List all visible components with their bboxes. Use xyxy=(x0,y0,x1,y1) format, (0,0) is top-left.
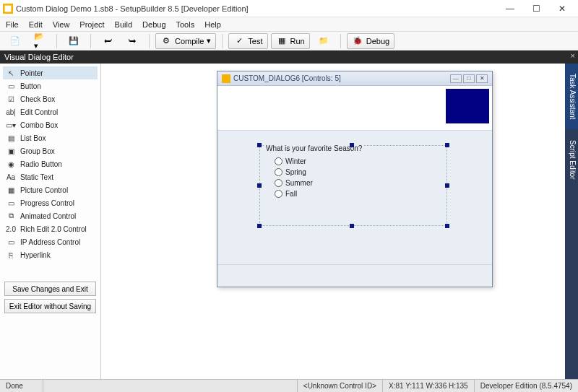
test-button[interactable]: ✓Test xyxy=(228,33,267,49)
tool-icon: ▭▾ xyxy=(6,120,16,130)
tool-pointer[interactable]: ↖Pointer xyxy=(3,66,98,79)
dialog-titlebar[interactable]: CUSTOM_DIALOG6 [Controls: 5] — □ ✕ xyxy=(217,71,492,86)
editor-strip: Visual Dialog Editor × xyxy=(0,51,578,64)
dialog-window[interactable]: CUSTOM_DIALOG6 [Controls: 5] — □ ✕ What … xyxy=(217,71,493,287)
tool-picture-control[interactable]: ▦Picture Control xyxy=(3,183,98,196)
tool-label: Edit Control xyxy=(20,108,58,116)
selection-handle[interactable] xyxy=(445,183,449,188)
tool-edit-control[interactable]: ab|Edit Control xyxy=(3,105,98,118)
dialog-title-text: CUSTOM_DIALOG6 [Controls: 5] xyxy=(233,74,341,82)
tool-palette: ↖Pointer▭Button☑Check Boxab|Edit Control… xyxy=(0,64,101,379)
radio-label: Fall xyxy=(285,190,297,198)
nav-back-button[interactable]: ⮨ xyxy=(97,33,118,49)
tool-animated-control[interactable]: ⧉Animated Control xyxy=(3,209,98,222)
menu-view[interactable]: View xyxy=(53,20,70,29)
menu-project[interactable]: Project xyxy=(79,20,104,29)
design-canvas[interactable]: CUSTOM_DIALOG6 [Controls: 5] — □ ✕ What … xyxy=(101,64,578,379)
tool-label: Static Text xyxy=(20,173,53,181)
save-icon: 💾 xyxy=(68,35,79,47)
test-icon: ✓ xyxy=(233,35,245,47)
status-done: Done xyxy=(0,380,43,392)
debug-button[interactable]: 🐞Debug xyxy=(347,33,394,49)
close-button[interactable]: ✕ xyxy=(549,1,575,17)
maximize-button[interactable]: ☐ xyxy=(523,1,549,17)
status-control-id: <Unknown Control ID> xyxy=(298,380,383,392)
save-button[interactable]: 💾 xyxy=(63,33,85,49)
groupbox-control[interactable]: What is your favorite Season? WinterSpri… xyxy=(259,145,447,226)
menu-tools[interactable]: Tools xyxy=(176,20,195,29)
selection-handle[interactable] xyxy=(257,143,262,147)
radio-option-winter[interactable]: Winter xyxy=(275,157,313,165)
tool-icon: ▭ xyxy=(6,237,16,247)
tool-icon: ▭ xyxy=(6,198,16,208)
save-changes-button[interactable]: Save Changes and Exit xyxy=(4,282,96,296)
separator xyxy=(340,34,341,48)
bug-icon: 🐞 xyxy=(352,35,363,47)
editor-strip-close-icon[interactable]: × xyxy=(571,51,575,60)
selection-handle[interactable] xyxy=(445,143,449,147)
radio-icon xyxy=(275,168,282,176)
tool-label: Picture Control xyxy=(20,186,68,194)
menu-debug[interactable]: Debug xyxy=(142,20,165,29)
separator xyxy=(90,34,91,48)
tool-group-box[interactable]: ▣Group Box xyxy=(3,144,98,157)
tool-icon: ☑ xyxy=(6,94,16,104)
tool-rich-edit-2-0-control[interactable]: 2.0Rich Edit 2.0 Control xyxy=(3,222,98,235)
selection-handle[interactable] xyxy=(350,143,354,147)
dialog-logo-box xyxy=(446,89,489,123)
nav-fwd-icon: ⮩ xyxy=(126,35,138,47)
compile-button[interactable]: ⚙Compile▾ xyxy=(155,33,216,49)
svg-rect-1 xyxy=(5,5,12,12)
tool-label: Check Box xyxy=(20,95,55,103)
radio-label: Spring xyxy=(285,168,306,176)
run-label: Run xyxy=(290,37,305,45)
test-label: Test xyxy=(248,37,262,45)
dialog-close-icon[interactable]: ✕ xyxy=(476,74,488,83)
menu-help[interactable]: Help xyxy=(204,20,221,29)
status-coords: X:81 Y:111 W:336 H:135 xyxy=(383,380,475,392)
tool-static-text[interactable]: AaStatic Text xyxy=(3,170,98,183)
exit-editor-button[interactable]: Exit Editor without Saving xyxy=(4,299,96,313)
run-button[interactable]: ▦Run xyxy=(271,33,310,49)
new-file-button[interactable]: 📄 xyxy=(4,33,26,49)
tab-script-editor[interactable]: Script Editor xyxy=(565,130,578,190)
radio-group: WinterSpringSummerFall xyxy=(275,157,313,198)
tool-radio-button[interactable]: ◉Radio Button xyxy=(3,157,98,170)
menu-edit[interactable]: Edit xyxy=(29,20,43,29)
tool-label: Group Box xyxy=(20,147,55,155)
compile-icon: ⚙ xyxy=(160,35,172,47)
minimize-button[interactable]: ― xyxy=(497,1,523,17)
menu-file[interactable]: File xyxy=(6,20,19,29)
radio-option-fall[interactable]: Fall xyxy=(275,190,313,198)
dialog-minimize-icon[interactable]: — xyxy=(450,74,462,83)
tool-check-box[interactable]: ☑Check Box xyxy=(3,92,98,105)
tool-hyperlink[interactable]: ⎘Hyperlink xyxy=(3,248,98,261)
tool-list-box[interactable]: ▤List Box xyxy=(3,131,98,144)
tool-ip-address-control[interactable]: ▭IP Address Control xyxy=(3,235,98,248)
tool-icon: ◉ xyxy=(6,159,16,169)
tool-progress-control[interactable]: ▭Progress Control xyxy=(3,196,98,209)
radio-icon xyxy=(275,179,282,187)
tool-label: Combo Box xyxy=(20,121,58,129)
tab-task-assistant[interactable]: Task Assistant xyxy=(565,64,578,130)
dialog-icon xyxy=(222,74,230,83)
radio-option-spring[interactable]: Spring xyxy=(275,168,313,176)
tool-combo-box[interactable]: ▭▾Combo Box xyxy=(3,118,98,131)
dialog-maximize-icon[interactable]: □ xyxy=(463,74,475,83)
browse-button[interactable]: 📁 xyxy=(313,33,335,49)
tool-icon: ⎘ xyxy=(6,250,16,260)
selection-handle[interactable] xyxy=(445,224,449,228)
open-file-button[interactable]: 📂▾ xyxy=(29,33,51,49)
tool-label: Radio Button xyxy=(20,160,62,168)
selection-handle[interactable] xyxy=(257,224,262,228)
tool-label: IP Address Control xyxy=(20,238,80,246)
tool-button[interactable]: ▭Button xyxy=(3,79,98,92)
selection-handle[interactable] xyxy=(257,183,262,188)
radio-option-summer[interactable]: Summer xyxy=(275,179,313,187)
nav-fwd-button[interactable]: ⮩ xyxy=(121,33,143,49)
menu-build[interactable]: Build xyxy=(115,20,132,29)
selection-handle[interactable] xyxy=(350,224,354,228)
window-titlebar: Custom Dialog Demo 1.sb8 - SetupBuilder … xyxy=(0,0,578,17)
menu-bar: File Edit View Project Build Debug Tools… xyxy=(0,17,578,32)
main-area: ↖Pointer▭Button☑Check Boxab|Edit Control… xyxy=(0,64,578,379)
